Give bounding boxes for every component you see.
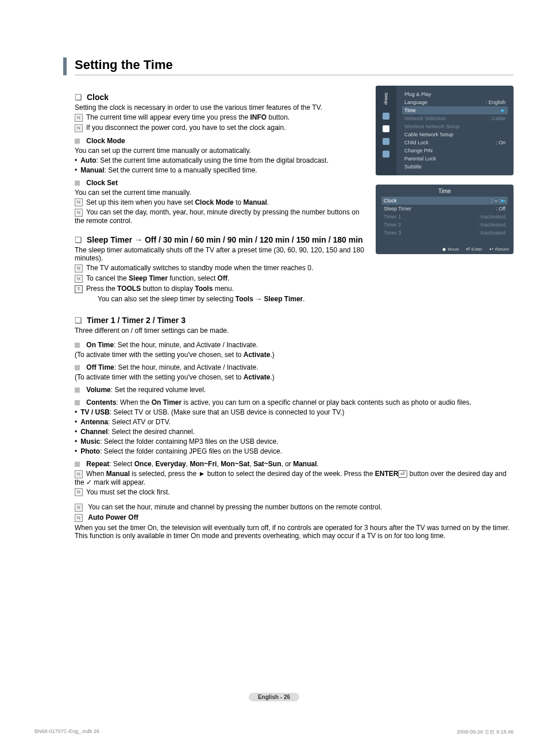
osd-move-hint: Move xyxy=(442,247,459,252)
clock-mode-desc: You can set up the current time manually… xyxy=(75,147,370,155)
osd-setup-row: Child Lock: On xyxy=(402,139,508,147)
osd-setup-row: Subtitle xyxy=(402,163,508,171)
square-bullet-icon xyxy=(75,400,80,405)
sleep-tool: Press the TOOLS button to display Tools … xyxy=(86,285,234,293)
note-icon: N xyxy=(75,470,83,478)
clock-mode-auto: Auto: Set the current time automatically… xyxy=(75,156,370,164)
sleep-note: The TV automatically switches to standby… xyxy=(86,264,313,272)
auto-off-label: Auto Power Off xyxy=(88,513,138,521)
osd-setup-row: Parental Lock xyxy=(402,155,508,163)
contents-channel: Channel: Select the desired channel. xyxy=(75,428,514,436)
print-file: BN68-01757C-Eng_.indb 26 xyxy=(34,728,99,736)
contents-photo: Photo: Select the folder containing JPEG… xyxy=(75,447,514,455)
osd-setup-row: Network Selection: Cable xyxy=(402,114,508,122)
section-icon: ❏ xyxy=(75,93,82,102)
osd-setup-row: Time► xyxy=(402,106,508,114)
square-bullet-icon xyxy=(75,343,80,348)
sleep-tool-sub: You can also set the sleep timer by sele… xyxy=(98,295,370,303)
osd-time-row: Timer 3: Inactivated xyxy=(381,229,508,237)
osd-setup-row: Change PIN xyxy=(402,147,508,155)
osd-setup-row: Language: English xyxy=(402,98,508,106)
timers-desc: Three different on / off timer settings … xyxy=(75,327,370,335)
note-icon: N xyxy=(75,504,83,512)
section-icon: ❏ xyxy=(75,316,82,325)
repeat: Repeat: Select Once, Everyday, Mon~Fri, … xyxy=(86,460,319,468)
clock-set-note: You can set the day, month, year, hour, … xyxy=(75,208,360,225)
clock-heading: Clock xyxy=(87,93,109,102)
on-time-sub: (To activate timer with the setting you'… xyxy=(75,351,514,359)
contents-tvusb: TV / USB: Select TV or USB. (Make sure t… xyxy=(75,408,514,416)
repeat-note2: You must set the clock first. xyxy=(86,488,170,496)
tools-icon: T xyxy=(75,285,83,293)
contents-music: Music: Select the folder containing MP3 … xyxy=(75,438,514,446)
clock-mode-label: Clock Mode xyxy=(86,137,125,145)
note-icon: N xyxy=(75,124,83,132)
clock-desc: Setting the clock is necessary in order … xyxy=(75,103,370,112)
square-bullet-icon xyxy=(75,181,80,186)
osd-setup-panel: Setup Plug & PlayLanguage: EnglishTime►N… xyxy=(376,86,514,175)
clock-note: If you disconnect the power cord, you ha… xyxy=(86,124,286,132)
contents-antenna: Antenna: Select ATV or DTV. xyxy=(75,418,514,426)
note-icon: N xyxy=(75,198,83,206)
sleep-note: To cancel the Sleep Timer function, sele… xyxy=(86,274,229,282)
note-icon: N xyxy=(75,209,83,217)
osd-enter-hint: Enter xyxy=(466,247,483,252)
note-icon: N xyxy=(75,114,83,122)
off-time-sub: (To activate timer with the setting you'… xyxy=(75,373,514,381)
page-number: English - 26 xyxy=(249,693,299,701)
print-date: 2008-09-26 오전 9:15:46 xyxy=(457,728,514,736)
volume: Volume: Set the required volume level. xyxy=(86,386,206,394)
off-time: Off Time: Set the hour, minute, and Acti… xyxy=(86,363,258,371)
sleep-timer-heading: Sleep Timer → Off / 30 min / 60 min / 90… xyxy=(87,235,363,244)
osd-setup-row: Wireless Network Setup xyxy=(402,122,508,131)
note-icon: N xyxy=(75,264,83,273)
clock-set-note: Set up this item when you have set Clock… xyxy=(86,198,269,206)
clock-mode-manual: Manual: Set the current time to a manual… xyxy=(75,166,370,174)
on-time: On Time: Set the hour, minute, and Activ… xyxy=(86,341,258,349)
timers-heading: Timer 1 / Timer 2 / Timer 3 xyxy=(87,316,186,325)
osd-time-row: Timer 1: Inactivated xyxy=(381,213,508,221)
auto-off-text: When you set the timer On, the televisio… xyxy=(75,524,514,540)
osd-time-row: Sleep Timer: Off xyxy=(381,205,508,213)
paint-icon xyxy=(383,113,389,120)
bottom-note: You can set the hour, minute and channel… xyxy=(88,503,382,511)
osd-time-panel: Time Clock: -- : --►Sleep Timer: OffTime… xyxy=(376,185,514,254)
sleep-timer-desc: The sleep timer automatically shuts off … xyxy=(75,246,370,262)
osd-setup-row: Plug & Play xyxy=(402,90,508,98)
note-icon: N xyxy=(75,275,83,283)
page-title: Setting the Time xyxy=(75,57,514,75)
square-bullet-icon xyxy=(75,387,80,393)
note-icon: N xyxy=(75,514,83,522)
osd-time-row: Clock: -- : --► xyxy=(381,197,508,205)
section-icon: ❏ xyxy=(75,235,82,244)
input-icon xyxy=(383,138,389,145)
gear-icon xyxy=(383,125,389,132)
osd-time-title: Time xyxy=(376,185,514,197)
osd-sidebar-label: Setup xyxy=(384,90,389,107)
clock-note: The current time will appear every time … xyxy=(86,113,290,121)
note-icon: N xyxy=(75,488,83,496)
square-bullet-icon xyxy=(75,139,80,144)
osd-time-row: Timer 2: Inactivated xyxy=(381,221,508,229)
repeat-note: When Manual is selected, press the ► but… xyxy=(75,470,507,486)
osd-return-hint: Return xyxy=(489,247,509,252)
contents: Contents: When the On Timer is active, y… xyxy=(86,398,471,406)
square-bullet-icon xyxy=(75,365,80,370)
clock-set-desc: You can set the current time manually. xyxy=(75,189,370,197)
osd-setup-row: Cable Network Setup xyxy=(402,131,508,139)
square-bullet-icon xyxy=(75,462,80,467)
app-icon xyxy=(383,151,389,158)
clock-set-label: Clock Set xyxy=(86,179,118,187)
